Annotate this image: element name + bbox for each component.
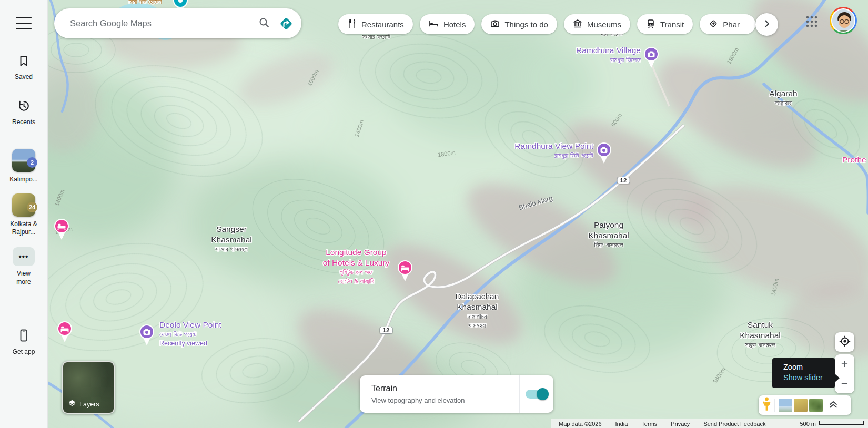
- phone-icon: [17, 329, 30, 344]
- map-label-longitude-group[interactable]: Longitude Group of Hotels & Luxury লুঙ্গ…: [323, 247, 390, 286]
- trip-label: Kolkata & Rajpur...: [5, 220, 43, 237]
- chip-things-to-do[interactable]: Things to do: [481, 14, 557, 34]
- hotel-pin-left-upper[interactable]: [53, 218, 70, 242]
- feedback-link[interactable]: Send Product Feedback: [703, 421, 765, 427]
- sidebar-divider: [8, 137, 39, 137]
- pegman-icon[interactable]: [763, 397, 771, 413]
- map-label-ramdhura-village[interactable]: Ramdhura Village রামধুরা ভিলেজ: [576, 45, 641, 65]
- trip-thumbnail: 24: [12, 193, 35, 217]
- sidebar-item-saved[interactable]: Saved: [15, 55, 33, 81]
- chips-scroll-right-button[interactable]: [755, 13, 778, 36]
- map-canvas[interactable]: [48, 0, 868, 428]
- my-location-icon: [839, 335, 851, 349]
- sidebar-trip-kalimpong[interactable]: 2 Kalimpo...: [9, 149, 37, 184]
- chip-label: Phar: [723, 20, 740, 29]
- terrain-title: Terrain: [371, 384, 519, 393]
- account-avatar[interactable]: [830, 7, 857, 34]
- map-scale: 500 m: [800, 421, 864, 427]
- hotel-pin-longitude-group[interactable]: [396, 260, 414, 284]
- google-maps-app: 1000m 1400m 1800m 1400m 1200m 600m 1800m…: [0, 0, 868, 428]
- trip-badge: 2: [27, 157, 37, 168]
- camera-icon: [490, 19, 500, 30]
- pharmacy-icon: [709, 19, 718, 30]
- sidebar-item-label: Recents: [12, 118, 35, 127]
- layers-button[interactable]: Layers: [62, 361, 115, 414]
- avatar-image: [831, 8, 855, 33]
- chevron-right-icon: [762, 18, 772, 31]
- sidebar-item-label: Saved: [15, 73, 33, 81]
- layers-icon: [68, 399, 76, 409]
- chip-museums[interactable]: Museums: [564, 14, 630, 34]
- map-label-ramdhura-view-point[interactable]: Ramdhura View Point রামধুরা ভিউ পয়েন্ট: [514, 141, 593, 160]
- directions-button[interactable]: [278, 16, 294, 32]
- google-apps-button[interactable]: [805, 15, 819, 28]
- transit-icon: [646, 19, 655, 30]
- trip-badge: 24: [27, 202, 37, 212]
- sidebar-item-get-app[interactable]: Get app: [13, 329, 35, 356]
- search-icon: [258, 17, 270, 30]
- terrain-subtitle: View topography and elevation: [371, 396, 519, 404]
- map-label-dalapachan-khasmahal[interactable]: Dalapachan Khasmahal দালাপাচন খাসমহল: [456, 291, 499, 330]
- terrain-card: Terrain View topography and elevation: [360, 375, 553, 413]
- restaurant-icon: [347, 19, 357, 30]
- hotel-pin-left-lower[interactable]: [56, 321, 74, 345]
- zoom-tooltip: Zoom Show slider: [772, 358, 835, 388]
- attribution-bar: Map data ©2026 India Terms Privacy Send …: [551, 419, 868, 428]
- directions-icon: [278, 16, 294, 32]
- chip-label: Museums: [587, 20, 621, 29]
- search-input[interactable]: [69, 18, 255, 29]
- route-badge-12: 12: [617, 177, 630, 184]
- menu-icon[interactable]: [16, 17, 32, 29]
- map-label-sangser-khasmahal[interactable]: Sangser Khasmahal সংসার খাসমহল: [211, 224, 252, 254]
- scale-label: 500 m: [800, 421, 816, 427]
- camera-pin-ramdhura-village[interactable]: [642, 46, 660, 70]
- trip-thumbnail: 2: [12, 149, 35, 172]
- my-location-button[interactable]: [835, 332, 854, 352]
- chip-pharmacies[interactable]: Phar: [700, 14, 755, 34]
- imagery-thumbnail-3[interactable]: [809, 399, 823, 412]
- bed-icon: [429, 19, 439, 30]
- sidebar: Saved Recents 2 Kalimpo... 24 Kolkata & …: [0, 0, 48, 428]
- chip-restaurants[interactable]: Restaurants: [338, 14, 413, 34]
- map-label-paiyong-khasmahal[interactable]: Paiyong Khasmahal পিয়ং খাসমহল: [588, 220, 629, 250]
- scale-bar: [819, 421, 864, 425]
- chip-label: Hotels: [443, 20, 466, 29]
- map-label-algarah[interactable]: Algarah আল্গারাহ: [769, 88, 797, 108]
- search-button[interactable]: [255, 14, 273, 33]
- sidebar-trip-kolkata[interactable]: 24 Kolkata & Rajpur...: [5, 193, 43, 237]
- view-more-label: View more: [11, 270, 37, 286]
- museum-icon: [573, 19, 582, 30]
- chip-transit[interactable]: Transit: [637, 14, 693, 34]
- terms-link[interactable]: Terms: [641, 421, 657, 427]
- history-icon: [17, 99, 31, 115]
- chip-hotels[interactable]: Hotels: [420, 14, 475, 34]
- terrain-toggle[interactable]: [520, 390, 553, 399]
- map-label-santuk-khasmahal[interactable]: Santuk Khasmahal সন্তুক খাসমহল: [740, 320, 781, 350]
- map-label-deolo-view-point[interactable]: Deolo View Point দেওল ভিউ পয়েন্ট Recent…: [159, 320, 221, 348]
- route-badge-12: 12: [380, 327, 393, 334]
- tooltip-title: Zoom: [783, 363, 835, 371]
- camera-pin-deolo-view-point[interactable]: [138, 324, 156, 348]
- sidebar-divider: [8, 320, 39, 320]
- chip-label: Restaurants: [361, 20, 404, 29]
- get-app-label: Get app: [13, 348, 35, 356]
- map-data-text: Map data ©2026: [559, 421, 602, 427]
- imagery-thumbnail-2[interactable]: [794, 399, 808, 412]
- privacy-link[interactable]: Privacy: [671, 421, 690, 427]
- collapse-chevrons-icon[interactable]: [829, 400, 838, 411]
- toggle-knob: [537, 388, 549, 400]
- tooltip-subtitle: Show slider: [783, 373, 835, 382]
- sidebar-item-recents[interactable]: Recents: [12, 99, 35, 127]
- imagery-thumbnail-1[interactable]: [779, 399, 792, 412]
- zoom-in-button[interactable]: +: [835, 354, 854, 374]
- trip-label: Kalimpo...: [9, 176, 37, 184]
- layers-label: Layers: [79, 401, 99, 408]
- map-label-prothe[interactable]: Prothe: [842, 155, 866, 165]
- region-text: India: [615, 421, 628, 427]
- chip-label: Transit: [660, 20, 684, 29]
- camera-pin-ramdhura-view-point[interactable]: [595, 142, 613, 166]
- strip-divider: [774, 399, 775, 412]
- sidebar-item-view-more[interactable]: ••• View more: [11, 247, 37, 286]
- map-label-top-hotel: সিমা গার্ড হোটেল: [129, 0, 162, 6]
- category-chips: Restaurants Hotels Things to do Museums …: [338, 14, 755, 34]
